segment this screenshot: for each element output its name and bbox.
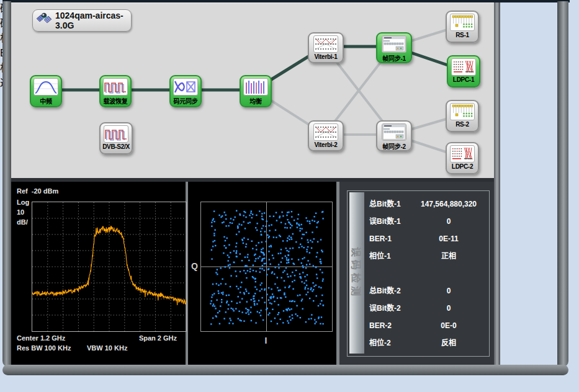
ldpc-graph-icon xyxy=(451,58,476,76)
scale-label-10: 10 xyxy=(17,208,24,216)
center-freq-label: Center 1.2 GHz xyxy=(17,334,65,342)
stat-label-3: BER-1 xyxy=(369,233,410,246)
stat-label-8: 相位-2 xyxy=(369,337,410,350)
node-viterbi2[interactable]: Viterbi-2 xyxy=(308,120,344,151)
node-label: DVB-S2/X xyxy=(101,143,132,150)
stat-value-1: 147,564,880,320 xyxy=(410,198,487,211)
ldpc-graph-icon xyxy=(450,145,475,163)
node-label: 码元同步 xyxy=(171,96,200,105)
window-frame-bottom xyxy=(2,365,568,375)
node-label: 中频 xyxy=(31,96,61,105)
node-eq[interactable]: 均衡 xyxy=(240,75,272,107)
stat-value-2: 0 xyxy=(410,215,487,228)
eye-diagram-icon xyxy=(173,78,198,96)
window-frame-right xyxy=(557,1,568,367)
node-label: Viterbi-2 xyxy=(309,141,343,148)
stat-label-7: BER-2 xyxy=(369,319,410,332)
spectrum-curve-icon xyxy=(34,78,58,96)
app-window: 1024qam-aircas-3.0G 中频载波恢复码元同步均衡DVB-S2/X… xyxy=(0,0,579,392)
node-framesync1[interactable]: 帧同步-1 xyxy=(376,32,412,63)
node-symsync[interactable]: 码元同步 xyxy=(169,75,202,107)
waveform-icon xyxy=(104,125,128,143)
stat-label-4: 相位-1 xyxy=(369,250,410,263)
node-framesync2[interactable]: 帧同步-2 xyxy=(376,120,412,151)
window-frame-left xyxy=(2,1,11,367)
node-zhongpin[interactable]: 中频 xyxy=(30,75,62,107)
trellis-icon xyxy=(313,123,338,141)
spectrum-plot xyxy=(32,202,187,332)
stat-label-2: 误Bit数-1 xyxy=(369,215,410,228)
stat-label-5: 总Bit数-2 xyxy=(369,285,410,298)
stat-value-5: 0 xyxy=(410,285,487,298)
ber-side-label: 误码检测 xyxy=(349,247,364,299)
vbw-label: VBW 10 KHz xyxy=(87,344,127,352)
shift-register-icon xyxy=(450,103,475,120)
constellation-plot xyxy=(200,202,333,332)
node-ldpc1[interactable]: LDPC-1 xyxy=(447,55,480,87)
span-label: Span 2 GHz xyxy=(139,334,177,342)
scale-label-log: Log xyxy=(17,198,29,206)
frame-window-icon xyxy=(382,123,406,141)
node-label: 帧同步-1 xyxy=(377,53,411,63)
node-label: RS-1 xyxy=(447,32,478,38)
stat-value-4: 正相 xyxy=(410,250,487,263)
node-label: LDPC-1 xyxy=(448,76,479,83)
spectrum-analyzer-panel: Ref -20 dBm Log 10 dB/ Center 1.2 GHz Sp… xyxy=(11,182,186,365)
node-label: 帧同步-2 xyxy=(377,141,411,151)
stat-value-8: 反相 xyxy=(410,337,487,350)
stat-value-7: 0E-0 xyxy=(410,319,487,332)
signal-chain-diagram: 1024qam-aircas-3.0G 中频载波恢复码元同步均衡DVB-S2/X… xyxy=(11,2,494,179)
signal-title-badge: 1024qam-aircas-3.0G xyxy=(32,9,132,32)
node-dvb[interactable]: DVB-S2/X xyxy=(99,122,133,154)
trellis-icon xyxy=(313,35,338,53)
stat-label-6: 误Bit数-2 xyxy=(369,302,410,315)
shift-register-icon xyxy=(450,14,475,31)
node-label: 载波恢复 xyxy=(101,96,130,105)
ber-stats-panel: 误码检测 总Bit数-1147,564,880,320误Bit数-10BER-1… xyxy=(339,182,494,365)
ber-side-strip: 误码检测 xyxy=(349,192,364,354)
equalizer-bars-icon xyxy=(243,78,268,96)
node-label: Viterbi-1 xyxy=(309,53,343,60)
stat-value-6: 0 xyxy=(410,302,487,315)
constellation-panel: Q I xyxy=(188,182,336,365)
node-ldpc2[interactable]: LDPC-2 xyxy=(446,142,479,174)
waveform-icon xyxy=(103,78,128,96)
stat-label-1: 总Bit数-1 xyxy=(369,198,410,211)
node-rs2[interactable]: RS-2 xyxy=(446,100,479,132)
signal-title-label: 1024qam-aircas-3.0G xyxy=(55,11,131,30)
scale-label-db: dB/ xyxy=(17,218,28,226)
node-rs1[interactable]: RS-1 xyxy=(446,11,479,43)
i-axis-label: I xyxy=(200,336,331,345)
node-carrier[interactable]: 载波恢复 xyxy=(99,75,132,107)
frame-window-icon xyxy=(382,35,406,53)
stat-value-3: 0E-11 xyxy=(410,233,487,246)
res-bw-label: Res BW 100 KHz xyxy=(17,344,71,352)
sidebar-divider xyxy=(494,2,500,365)
q-axis-label: Q xyxy=(191,261,198,271)
node-viterbi1[interactable]: Viterbi-1 xyxy=(308,32,344,63)
satellite-icon xyxy=(33,10,54,31)
node-label: RS-2 xyxy=(447,121,478,128)
node-label: 均衡 xyxy=(241,96,271,105)
node-label: LDPC-2 xyxy=(447,163,478,170)
ref-level-label: Ref -20 dBm xyxy=(17,187,58,195)
